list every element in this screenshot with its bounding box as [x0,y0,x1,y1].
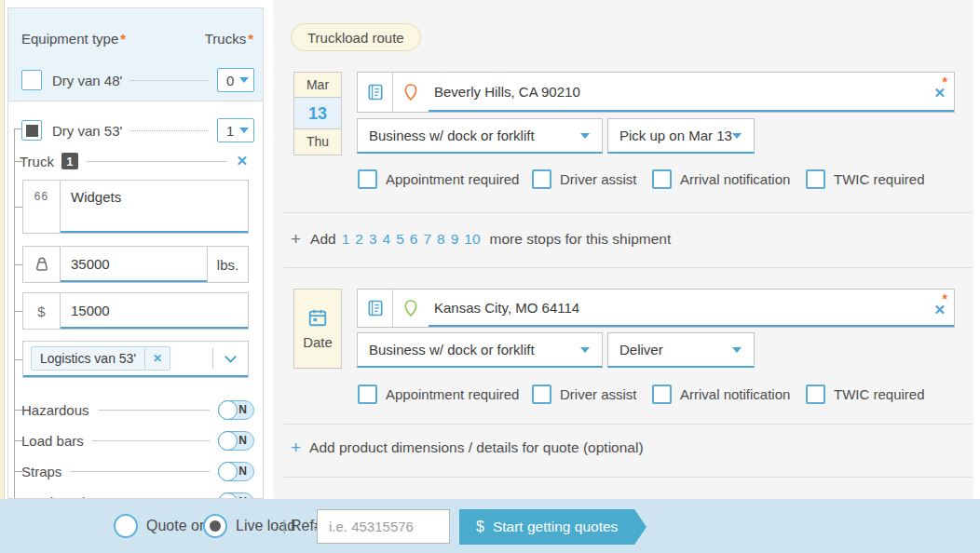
caret-down-icon [732,133,742,139]
weight-unit-label: lbs. [207,247,248,282]
action-value: Pick up on Mar 13 [608,128,732,143]
dry-van-48-trucks-select[interactable]: 0 [217,68,254,92]
dry-van-48-checkbox[interactable] [21,70,42,90]
dry-van-53-checkbox[interactable] [21,120,42,141]
tree-stub [14,440,22,441]
address-book-button[interactable] [358,290,393,327]
equipment-row-dry-van-48: Dry van 48' 0 [21,68,254,92]
add-stops-row: + Add 1 2 3 4 5 6 7 8 9 10 more stops fo… [291,229,671,250]
stop1-driver-assist: Driver assist [532,169,637,189]
toggle-row-load-bars: Load bars N [21,430,254,451]
stop1-date-box[interactable]: Mar 13 Thu [293,72,342,155]
food-grade-toggle[interactable]: N [218,492,254,500]
add-stop-link-2[interactable]: 2 [355,231,363,248]
stop2-address-input[interactable] [429,290,954,325]
toggle-row-straps: Straps N [21,461,254,481]
stop2-appointment-required: Appointment required [358,384,519,404]
equipment-panel: Equipment type* Trucks* Dry van 48' 0 Dr… [7,7,264,499]
location-type-value: Business w/ dock or forklift [358,128,580,143]
truck-label: Truck [20,154,54,169]
stop2-location-type-select[interactable]: Business w/ dock or forklift [357,332,603,368]
checkbox-label: Appointment required [386,171,519,187]
equipment-header-row: Equipment type* Trucks* [21,31,253,47]
straps-toggle[interactable]: N [218,462,254,481]
tree-stub [14,311,22,312]
add-word: Add [310,231,336,248]
tree-stub [14,264,22,265]
add-stop-link-10[interactable]: 10 [464,231,480,248]
driver-assist-checkbox[interactable] [532,169,551,189]
stop1-day: 13 [294,97,341,129]
trucks-heading: Trucks* [205,31,253,47]
arrival-notification-checkbox[interactable] [652,169,672,189]
driver-assist-checkbox[interactable] [532,384,551,404]
add-stop-link-3[interactable]: 3 [369,231,377,248]
add-stop-link-5[interactable]: 5 [396,231,404,248]
stop1-address-input[interactable] [429,73,954,110]
tree-stub [14,359,22,360]
solid-leader [98,410,210,411]
dry-van-53-trucks-select[interactable]: 1 [217,118,254,142]
divider [284,424,972,425]
page-edge-strip [0,0,5,499]
stop1-arrival-notification: Arrival notification [652,169,790,189]
toggle-state: N [238,403,247,416]
toggle-knob [218,400,238,420]
stop1-location-type-select[interactable]: Business w/ dock or forklift [357,118,603,154]
chevron-down-icon[interactable] [225,351,237,363]
equipment-tag-chip: Logistics van 53' ✕ [31,346,170,371]
stop1-action-select[interactable]: Pick up on Mar 13 [607,118,755,154]
add-stop-link-9[interactable]: 9 [451,231,459,248]
weight-input[interactable]: 35000 [61,247,207,282]
required-asterisk: * [120,31,126,47]
trucks-count: 0 [218,73,239,88]
start-getting-quotes-button[interactable]: $ Start getting quotes [459,509,634,545]
remove-truck-icon[interactable]: ✕ [236,153,248,169]
toggle-knob [218,462,238,481]
stop1-weekday: Thu [294,129,341,155]
dollar-icon: $ [37,303,45,319]
add-stop-link-1[interactable]: 1 [342,231,350,248]
live-load-radio[interactable] [203,514,227,538]
hazardous-toggle[interactable]: N [218,400,254,420]
truck-group-header: Truck 1 ✕ [20,152,248,170]
submit-label: Start getting quotes [493,519,618,535]
location-pin-icon [403,299,418,317]
quote-only-radio[interactable] [114,514,138,538]
equipment-tag-label: Logistics van 53' [32,347,144,370]
add-product-dimensions-link[interactable]: + Add product dimensions / details for q… [291,438,644,458]
ref-number-input[interactable] [317,509,450,544]
equipment-row-dry-van-53: Dry van 53' 1 [21,118,254,142]
remove-tag-icon[interactable]: ✕ [144,347,170,370]
appointment-required-checkbox[interactable] [358,169,377,189]
delivery-pin [393,290,429,327]
arrival-notification-checkbox[interactable] [652,384,672,404]
add-stop-link-4[interactable]: 4 [383,231,391,248]
add-stop-link-7[interactable]: 7 [423,231,431,248]
add-stops-suffix: more stops for this shipment [490,231,672,248]
equipment-tag-field: Logistics van 53' ✕ [22,341,249,378]
load-bars-toggle[interactable]: N [218,431,254,451]
clear-address-icon[interactable]: ✕ [933,302,946,318]
stop2-driver-assist: Driver assist [532,384,637,404]
rate-input[interactable]: 15000 [61,293,248,329]
twic-required-checkbox[interactable] [806,169,825,189]
weight-icon [34,256,50,273]
divider [284,212,972,213]
clear-address-icon[interactable]: ✕ [933,85,946,101]
toggle-state: N [238,465,247,478]
commodity-input[interactable]: Widgets [61,181,248,233]
stop2-date-box[interactable]: Date [293,289,342,369]
appointment-required-checkbox[interactable] [358,384,377,404]
twic-required-checkbox[interactable] [806,384,825,404]
address-book-button[interactable] [358,73,393,112]
location-type-value: Business w/ dock or forklift [358,342,580,357]
tree-stub [14,410,22,411]
address-book-icon [366,299,385,317]
add-stop-link-6[interactable]: 6 [410,231,418,248]
date-label: Date [303,334,333,350]
solid-leader [70,471,210,472]
location-pin-icon [403,83,418,101]
stop2-action-select[interactable]: Deliver [607,332,755,368]
add-stop-link-8[interactable]: 8 [437,231,445,248]
